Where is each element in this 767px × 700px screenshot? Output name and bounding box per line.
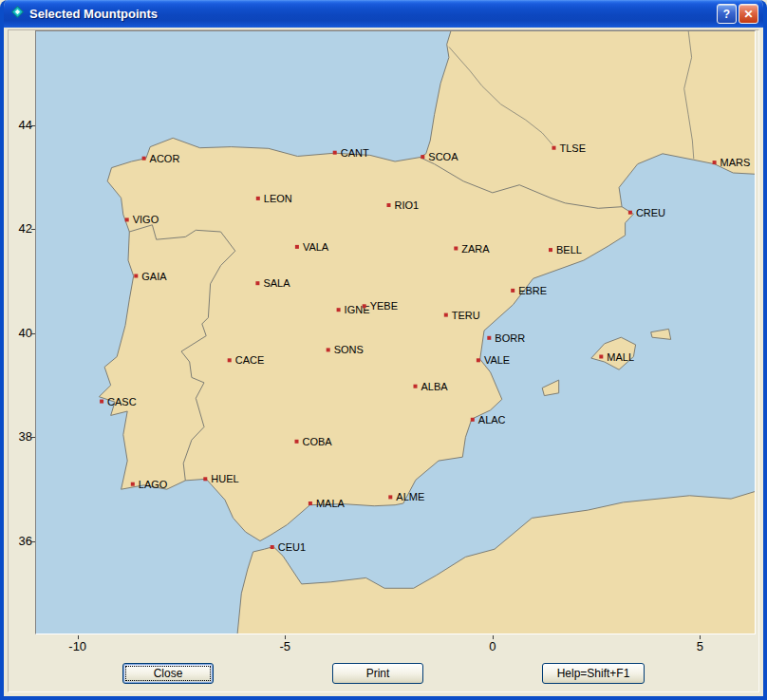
x-tick-label: -10 — [68, 640, 86, 653]
context-help-button[interactable]: ? — [717, 4, 737, 24]
station-label: ALME — [396, 491, 424, 502]
station-marker — [487, 336, 491, 340]
dialog-client-area: ACORVIGOCANTSCOATLSEMARSLEONRIO1CREUVALA… — [4, 28, 763, 696]
station-marker — [414, 385, 418, 388]
station-label: ZARA — [461, 243, 490, 255]
station-marker — [256, 197, 260, 200]
station-marker — [333, 151, 337, 155]
y-tick-label: 38 — [9, 430, 32, 444]
station-marker — [421, 155, 424, 159]
station-marker — [255, 281, 259, 285]
y-tick-mark — [31, 229, 35, 230]
station-marker — [134, 274, 138, 278]
y-tick-mark — [31, 333, 35, 334]
station-label: ALAC — [478, 414, 506, 426]
station-label: VALA — [303, 241, 329, 253]
station-label: MARS — [720, 157, 751, 168]
station-marker — [454, 247, 458, 251]
y-tick-mark — [31, 541, 35, 542]
x-tick-label: 0 — [489, 640, 496, 653]
station-marker — [387, 203, 391, 207]
station-label: BORR — [495, 332, 525, 344]
station-label: GAIA — [141, 271, 167, 282]
station-label: YEBE — [370, 300, 398, 312]
app-icon — [10, 5, 25, 23]
station-label: TLSE — [560, 142, 587, 154]
station-label: VALE — [484, 354, 510, 366]
station-label: HUEL — [211, 473, 238, 484]
station-marker — [131, 482, 135, 486]
station-label: ALBA — [421, 381, 449, 392]
station-marker — [295, 440, 299, 444]
station-marker — [388, 495, 392, 499]
station-label: VIGO — [133, 214, 159, 225]
mountpoints-map: ACORVIGOCANTSCOATLSEMARSLEONRIO1CREUVALA… — [36, 31, 755, 634]
station-marker — [549, 248, 552, 252]
station-marker — [228, 358, 232, 362]
station-label: CASC — [107, 396, 137, 407]
button-row: Close Print Help=Shift+F1 — [9, 663, 758, 684]
station-label: BELL — [556, 244, 582, 255]
dialog-window: Selected Mountpoints ? ✕ ACORVIGOCANTSCO… — [0, 0, 767, 700]
station-marker — [142, 157, 146, 161]
station-label: CEU1 — [278, 541, 306, 553]
station-marker — [363, 304, 366, 308]
x-tick-mark — [493, 635, 494, 639]
station-marker — [444, 313, 448, 317]
close-window-button[interactable]: ✕ — [739, 4, 758, 24]
station-label: LAGO — [139, 479, 168, 490]
title-bar[interactable]: Selected Mountpoints ? ✕ — [4, 0, 763, 28]
print-button[interactable]: Print — [332, 663, 423, 684]
x-tick-mark — [285, 635, 286, 639]
y-tick-label: 40 — [9, 327, 32, 340]
station-label: COBA — [303, 436, 333, 447]
x-tick-mark — [78, 635, 79, 639]
y-tick-mark — [31, 125, 35, 126]
station-label: CREU — [636, 207, 665, 218]
station-marker — [203, 477, 207, 481]
station-marker — [477, 358, 480, 362]
station-marker — [125, 218, 129, 221]
station-marker — [295, 245, 299, 249]
help-shortcut-button[interactable]: Help=Shift+F1 — [542, 663, 645, 684]
close-button[interactable]: Close — [122, 663, 214, 684]
y-tick-mark — [31, 437, 35, 438]
map-canvas: ACORVIGOCANTSCOATLSEMARSLEONRIO1CREUVALA… — [35, 30, 756, 634]
station-marker — [327, 348, 330, 351]
station-label: SONS — [334, 344, 364, 355]
station-marker — [271, 545, 274, 549]
plot-panel: ACORVIGOCANTSCOATLSEMARSLEONRIO1CREUVALA… — [8, 29, 759, 692]
station-label: CACE — [235, 354, 265, 366]
station-label: TERU — [452, 310, 480, 321]
station-label: CANT — [341, 147, 369, 159]
x-tick-mark — [700, 635, 701, 639]
y-tick-label: 36 — [9, 535, 32, 548]
station-marker — [511, 289, 514, 293]
station-label: EBRE — [518, 285, 547, 296]
window-title: Selected Mountpoints — [29, 7, 715, 21]
station-marker — [628, 211, 632, 215]
station-label: LEON — [264, 193, 292, 204]
station-marker — [713, 161, 717, 164]
station-marker — [309, 501, 312, 505]
x-tick-label: 5 — [697, 640, 703, 653]
station-label: SALA — [263, 277, 290, 289]
station-marker — [471, 418, 475, 422]
station-label: SCOA — [428, 151, 458, 162]
station-label: MALL — [607, 351, 634, 363]
station-marker — [599, 355, 603, 359]
station-label: RIO1 — [395, 199, 420, 211]
x-tick-label: -5 — [279, 640, 290, 653]
station-label: ACOR — [150, 153, 180, 164]
station-marker — [552, 146, 556, 150]
station-marker — [100, 400, 103, 404]
y-tick-label: 44 — [9, 119, 32, 132]
y-tick-label: 42 — [9, 222, 32, 236]
station-marker — [337, 308, 341, 312]
station-label: MALA — [316, 498, 346, 509]
